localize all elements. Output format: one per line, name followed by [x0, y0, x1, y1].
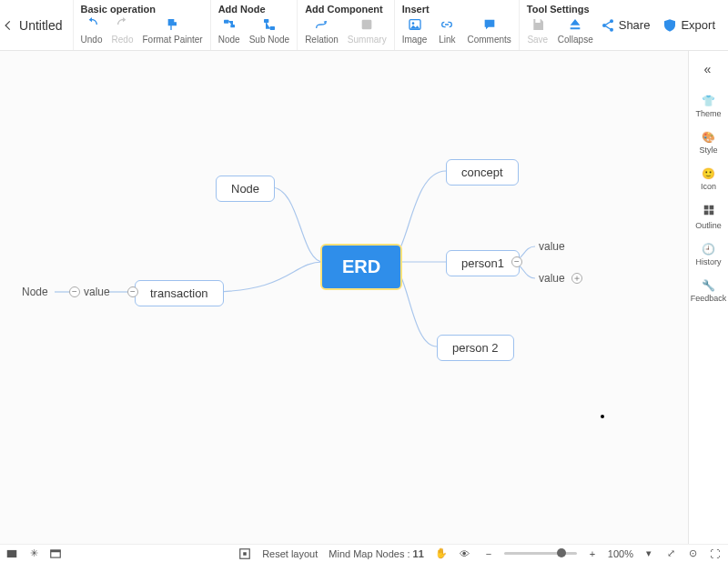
svg-rect-11 [709, 206, 713, 210]
svg-rect-0 [224, 20, 228, 24]
toolbar: Untitled Basic operation Undo Redo Forma… [0, 0, 728, 51]
node-left-value[interactable]: value [84, 286, 110, 298]
collapse-button[interactable]: Collapse [558, 16, 593, 45]
undo-icon [84, 16, 100, 33]
group-title: Insert [402, 4, 511, 15]
collapse-toggle[interactable]: − [127, 286, 138, 297]
insert-link-button[interactable]: Link [436, 16, 458, 45]
fit-screen-icon[interactable]: ⤢ [664, 547, 677, 560]
view-mode-1-icon[interactable] [5, 547, 18, 560]
svg-rect-16 [51, 549, 61, 551]
node-node-top[interactable]: Node [216, 176, 275, 202]
feedback-icon: 🔧 [702, 279, 715, 292]
document-title[interactable]: Untitled [15, 0, 72, 50]
add-node-button[interactable]: Node [218, 16, 240, 45]
mindmap-canvas[interactable]: ERD Node transaction − value − Node conc… [0, 51, 688, 544]
svg-rect-14 [7, 549, 17, 557]
chevron-down-icon[interactable]: ▾ [642, 547, 655, 560]
export-button[interactable]: Export [662, 18, 715, 33]
node-left-node[interactable]: Node [22, 286, 48, 298]
svg-point-6 [411, 22, 414, 25]
group-title: Basic operation [81, 4, 203, 15]
sidebar-toggle[interactable]: « [689, 56, 728, 85]
comments-icon [481, 16, 498, 33]
group-add-node: Add Node Node Sub Node [210, 0, 297, 50]
group-basic-operation: Basic operation Undo Redo Format Painter [73, 0, 210, 50]
sidebar-history[interactable]: 🕘 History [689, 239, 728, 270]
group-title: Add Node [218, 4, 289, 15]
visibility-icon[interactable]: 👁 [459, 547, 471, 560]
fullscreen-icon[interactable]: ⛶ [708, 547, 721, 560]
insert-image-button[interactable]: Image [402, 16, 428, 45]
zoom-level: 100% [608, 548, 633, 559]
pan-icon[interactable]: ✋ [435, 547, 448, 560]
redo-icon [115, 16, 131, 33]
svg-rect-4 [362, 20, 372, 30]
subnode-icon [261, 16, 278, 33]
svg-rect-10 [703, 206, 708, 210]
zoom-slider[interactable] [504, 552, 577, 555]
group-title: Add Component [305, 4, 387, 15]
zoom-out-button[interactable]: − [482, 547, 495, 560]
history-icon: 🕘 [702, 243, 715, 256]
collapse-toggle[interactable]: − [69, 286, 80, 297]
icon-icon: 🙂 [702, 167, 715, 180]
right-actions: Share Export [601, 0, 728, 50]
nodes-count-label: Mind Map Nodes : 11 [329, 548, 424, 559]
node-person2[interactable]: person 2 [437, 335, 514, 361]
outline-icon [703, 204, 715, 219]
group-tool-settings: Tool Settings Save Collapse [519, 0, 601, 50]
node-person1-value2[interactable]: value [539, 272, 565, 285]
undo-button[interactable]: Undo [81, 16, 103, 45]
svg-rect-18 [243, 552, 247, 556]
svg-rect-13 [709, 211, 713, 216]
save-icon [530, 16, 546, 33]
back-button[interactable] [0, 0, 15, 50]
sidebar-icon[interactable]: 🙂 Icon [689, 164, 728, 195]
cursor-indicator [601, 415, 604, 418]
node-person1[interactable]: person1 [446, 250, 520, 276]
svg-rect-12 [703, 211, 708, 216]
add-subnode-button[interactable]: Sub Node [249, 16, 289, 45]
svg-rect-2 [264, 19, 268, 23]
node-transaction[interactable]: transaction [135, 280, 224, 306]
sidebar-feedback[interactable]: 🔧 Feedback [689, 276, 728, 306]
relation-icon [313, 16, 329, 33]
style-icon: 🎨 [702, 131, 715, 144]
zoom-in-button[interactable]: + [586, 547, 599, 560]
node-icon [221, 16, 238, 33]
export-icon [662, 18, 677, 33]
center-icon[interactable]: ⊙ [686, 547, 699, 560]
summary-button[interactable]: Summary [348, 16, 387, 45]
image-icon [407, 16, 423, 33]
save-button[interactable]: Save [527, 16, 549, 45]
sidebar-theme[interactable]: 👕 Theme [689, 91, 728, 122]
node-erd-center[interactable]: ERD [320, 244, 402, 290]
share-icon [601, 18, 615, 33]
group-insert: Insert Image Link Comments [394, 0, 519, 50]
format-painter-icon [165, 16, 181, 33]
reset-layout-icon[interactable] [238, 547, 251, 560]
group-add-component: Add Component Relation Summary [297, 0, 394, 50]
collapse-toggle[interactable]: − [511, 256, 522, 267]
right-sidebar: « 👕 Theme 🎨 Style 🙂 Icon Outline 🕘 Histo… [688, 51, 728, 544]
group-title: Tool Settings [527, 4, 593, 15]
relation-button[interactable]: Relation [305, 16, 339, 45]
format-painter-button[interactable]: Format Painter [143, 16, 203, 45]
status-bar: ✳ Reset layout Mind Map Nodes : 11 ✋ 👁 −… [0, 544, 728, 562]
add-child-button[interactable]: ＋ [571, 273, 582, 284]
share-button[interactable]: Share [601, 18, 651, 33]
insert-comments-button[interactable]: Comments [467, 16, 511, 45]
redo-button[interactable]: Redo [112, 16, 134, 45]
collapse-icon [567, 16, 583, 33]
view-mode-3-icon[interactable] [49, 547, 62, 560]
sidebar-style[interactable]: 🎨 Style [689, 127, 728, 158]
sidebar-outline[interactable]: Outline [689, 200, 728, 234]
svg-rect-3 [270, 26, 275, 30]
link-icon [439, 16, 455, 33]
summary-icon [359, 16, 375, 33]
node-concept[interactable]: concept [446, 159, 519, 186]
node-person1-value1[interactable]: value [539, 240, 565, 253]
reset-layout-button[interactable]: Reset layout [262, 548, 318, 559]
view-mode-2-icon[interactable]: ✳ [27, 547, 40, 560]
